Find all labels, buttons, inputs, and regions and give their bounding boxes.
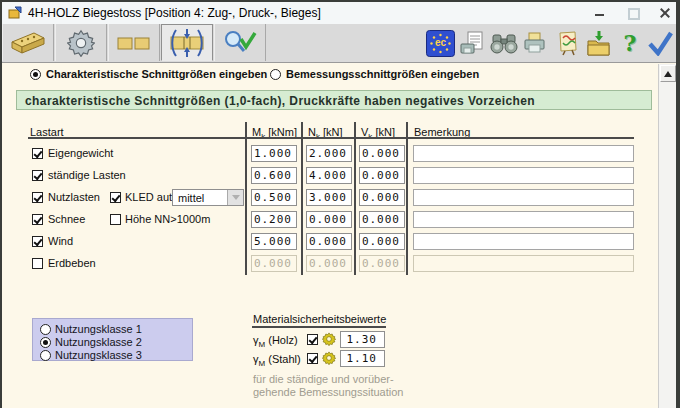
mk-input[interactable]: 0.600	[251, 167, 297, 184]
vk-input: 0.000	[359, 255, 405, 272]
save-folder-icon	[586, 30, 611, 56]
gamma-holz-checkbox[interactable]	[307, 334, 318, 345]
nk-input[interactable]: 2.000	[306, 145, 352, 162]
remark-input[interactable]	[413, 233, 634, 250]
radio-characteristic-label: Charakteristische Schnittgrößen eingeben	[46, 68, 267, 80]
row-label: Schnee	[48, 213, 85, 225]
row-label: Nutzlasten	[48, 191, 100, 203]
gamma-holz-input[interactable]: 1.30	[340, 331, 385, 348]
tab-system[interactable]	[55, 24, 107, 61]
arrow-up-icon	[664, 71, 672, 77]
vk-input[interactable]: 0.000	[359, 145, 405, 162]
material-note-line2: gehende Bemessungssituation	[253, 386, 403, 398]
radio-nutzungsklasse-2[interactable]	[40, 337, 51, 348]
schnee-checkbox[interactable]	[32, 214, 43, 225]
kled-dropdown-button[interactable]	[227, 190, 243, 205]
print-document-icon	[459, 31, 484, 56]
remark-input	[413, 255, 634, 272]
row-label: ständige Lasten	[48, 169, 126, 181]
search-button[interactable]	[490, 29, 518, 57]
minimize-button[interactable]	[584, 2, 614, 24]
staendige-lasten-checkbox[interactable]	[32, 170, 43, 181]
butt-joint-icon	[114, 28, 154, 58]
confirm-check-icon	[646, 30, 674, 56]
material-section-rule	[252, 326, 386, 328]
mk-input[interactable]: 1.000	[251, 145, 297, 162]
app-icon	[8, 6, 22, 20]
tab-results[interactable]	[214, 24, 266, 61]
timber-beam-icon	[8, 28, 48, 58]
info-banner: charakteristische Schnittgrößen (1,0-fac…	[16, 90, 652, 110]
minimize-icon	[595, 14, 604, 16]
vk-input[interactable]: 0.000	[359, 233, 405, 250]
column-divider	[245, 122, 247, 275]
window-title: 4H-HOLZ Biegestoss [Position 4: Zug-, Dr…	[28, 6, 321, 20]
nutzlasten-checkbox[interactable]	[32, 192, 43, 203]
print-button[interactable]	[522, 29, 547, 57]
vk-input[interactable]: 0.000	[359, 167, 405, 184]
remark-input[interactable]	[413, 189, 634, 206]
help-button[interactable]: ?	[619, 29, 641, 57]
gamma-stahl-input[interactable]: 1.10	[340, 350, 385, 367]
vk-input[interactable]: 0.000	[359, 189, 405, 206]
vertical-scrollbar[interactable]	[658, 64, 676, 408]
plot-poster-icon	[555, 30, 580, 56]
radio-nutzungsklasse-1[interactable]	[40, 324, 51, 335]
hoehe-checkbox[interactable]	[110, 214, 121, 225]
radio-design-forces[interactable]	[270, 69, 281, 80]
mk-input[interactable]: 0.200	[251, 211, 297, 228]
kled-dropdown-value: mittel	[178, 192, 204, 204]
nk-input: 0.000	[306, 255, 352, 272]
confirm-button[interactable]	[646, 29, 674, 57]
vk-input[interactable]: 0.000	[359, 211, 405, 228]
verify-magnifier-icon	[223, 29, 257, 57]
radio-design-label: Bemessungsschnittgrößen eingeben	[286, 68, 479, 80]
save-button[interactable]	[586, 29, 611, 57]
scrollbar-up-button[interactable]	[660, 65, 676, 82]
row-label: Erdbeben	[48, 257, 96, 269]
nk-input[interactable]: 3.000	[306, 189, 352, 206]
gear-icon	[67, 29, 95, 57]
tab-loads[interactable]	[161, 24, 213, 61]
plot-button[interactable]	[555, 29, 580, 57]
gamma-stahl-label: γM (Stahl)	[253, 353, 301, 368]
print-list-button[interactable]	[459, 29, 484, 57]
tab-geometry[interactable]	[2, 24, 54, 61]
nk-input[interactable]: 4.000	[306, 167, 352, 184]
eurocode-label: ec	[426, 37, 455, 48]
nutzungsklasse-1-label: Nutzungsklasse 1	[55, 323, 142, 335]
kled-gear-icon[interactable]	[322, 332, 336, 346]
kled-dropdown[interactable]: mittel	[172, 189, 244, 206]
gamma-stahl-checkbox[interactable]	[307, 353, 318, 364]
nk-input[interactable]: 0.000	[306, 233, 352, 250]
gamma-holz-label: γM (Holz)	[253, 334, 298, 349]
radio-characteristic-forces[interactable]	[30, 69, 41, 80]
toolbar: ec	[2, 24, 676, 63]
remark-input[interactable]	[413, 167, 634, 184]
title-bar: 4H-HOLZ Biegestoss [Position 4: Zug-, Dr…	[2, 2, 676, 25]
chevron-down-icon	[232, 195, 240, 200]
maximize-icon	[628, 8, 640, 20]
hoehe-label: Höhe NN>1000m	[125, 213, 210, 225]
maximize-button[interactable]	[619, 2, 649, 24]
kled-auto-checkbox[interactable]	[110, 192, 121, 203]
tab-joint[interactable]	[108, 24, 160, 61]
mk-input[interactable]: 0.500	[251, 189, 297, 206]
printer-icon	[522, 31, 547, 56]
nutzungsklasse-3-label: Nutzungsklasse 3	[55, 349, 142, 361]
close-button[interactable]	[650, 2, 680, 24]
close-icon	[659, 7, 671, 19]
eurocode-button[interactable]: ec	[426, 29, 455, 57]
mk-input[interactable]: 5.000	[251, 233, 297, 250]
eigengewicht-checkbox[interactable]	[32, 148, 43, 159]
remark-input[interactable]	[413, 145, 634, 162]
binoculars-icon	[490, 31, 518, 56]
row-label: Wind	[48, 235, 73, 247]
wind-checkbox[interactable]	[32, 236, 43, 247]
erdbeben-checkbox[interactable]	[32, 258, 43, 269]
kled-gear-icon[interactable]	[322, 351, 336, 365]
remark-input[interactable]	[413, 211, 634, 228]
radio-nutzungsklasse-3[interactable]	[40, 350, 51, 361]
nk-input[interactable]: 0.000	[306, 211, 352, 228]
row-label: Eigengewicht	[48, 147, 113, 159]
